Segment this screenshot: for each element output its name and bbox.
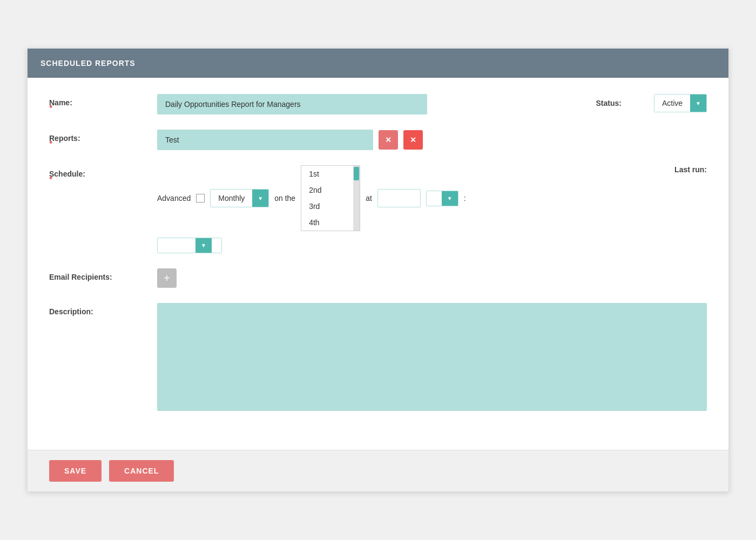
frequency-dropdown-button[interactable]: ▼ [252,190,268,207]
status-section: Status: Active ▼ [596,94,707,112]
schedule-row: Schedule: • Advanced Monthly ▼ on the [49,165,707,253]
modal-title: SCHEDULED REPORTS [40,59,136,68]
schedule-row-inner: Advanced Monthly ▼ on the 1st 2nd 3rd [157,165,642,253]
remove-icon: ✕ [410,136,416,144]
day-of-week-button[interactable]: ▼ [195,238,212,253]
time-input[interactable] [377,189,421,207]
modal-footer: SAVE CANCEL [28,450,728,491]
day-option-4th[interactable]: 4th [301,214,360,231]
at-label: at [366,194,372,202]
schedule-control: Advanced Monthly ▼ on the 1st 2nd 3rd [157,165,642,253]
frequency-dropdown: Monthly ▼ [210,189,269,207]
status-dropdown-button[interactable]: ▼ [690,94,706,112]
status-label: Status: [596,99,622,107]
name-input[interactable] [157,94,427,114]
time-ampm-value [427,191,442,206]
time-ampm-button[interactable]: ▼ [442,191,458,206]
reports-row: Reports: • ✕ ✕ [49,130,707,150]
description-label: Description: [49,303,157,316]
reports-input[interactable] [157,130,373,150]
colon-separator: : [464,194,466,202]
name-label: Name: • [49,94,157,107]
reports-row-inner: ✕ ✕ [157,130,707,150]
day-of-week-dropdown: ▼ [157,238,222,253]
email-add-button[interactable]: + [157,268,177,288]
schedule-label: Schedule: • [49,165,157,178]
modal-container: SCHEDULED REPORTS Name: • Status: Active… [27,48,729,492]
save-button[interactable]: SAVE [49,460,102,482]
day-list: 1st 2nd 3rd 4th [301,165,360,231]
status-dropdown: Active ▼ [654,94,707,112]
email-recipients-label: Email Recipients: [49,268,157,281]
name-required-dot: • [49,102,52,111]
day-of-week-value [158,238,195,253]
cancel-button[interactable]: CANCEL [109,460,174,482]
advanced-checkbox[interactable] [196,194,205,202]
day-option-2nd[interactable]: 2nd [301,182,360,198]
frequency-value: Monthly [211,190,252,207]
reports-remove-button[interactable]: ✕ [403,130,423,150]
reports-label: Reports: • [49,130,157,143]
edit-icon: ✕ [385,136,392,144]
reports-required-dot: • [49,137,52,147]
day-option-3rd[interactable]: 3rd [301,198,360,214]
email-recipients-row: Email Recipients: + [49,268,707,288]
name-row: Name: • Status: Active ▼ [49,94,707,114]
day-option-1st[interactable]: 1st [301,166,360,182]
description-control [157,303,707,413]
modal-body: Name: • Status: Active ▼ Reports: • [28,78,728,450]
schedule-line2: ▼ [157,238,642,253]
last-run-label: Last run: [674,165,707,174]
modal-header: SCHEDULED REPORTS [28,49,728,78]
reports-edit-button[interactable]: ✕ [379,130,398,150]
status-value: Active [654,94,690,112]
advanced-label: Advanced [157,194,191,202]
schedule-required-dot: • [49,173,52,183]
day-list-scroll-thumb [354,167,359,180]
time-ampm-dropdown: ▼ [426,191,458,206]
plus-icon: + [164,272,170,285]
last-run-section: Last run: [674,165,707,174]
reports-control: ✕ ✕ [157,130,707,150]
schedule-line1: Advanced Monthly ▼ on the 1st 2nd 3rd [157,165,642,231]
email-recipients-control: + [157,268,707,288]
description-textarea[interactable] [157,303,707,411]
on-the-label: on the [274,194,295,202]
name-control [157,94,564,114]
description-row: Description: [49,303,707,413]
day-list-scrollbar[interactable] [353,166,360,231]
